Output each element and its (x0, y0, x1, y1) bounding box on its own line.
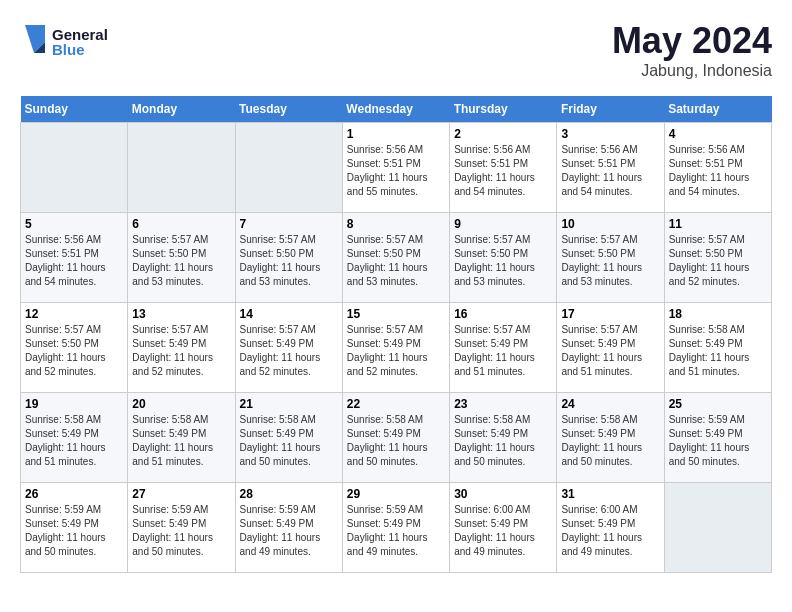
week-row-1: 1Sunrise: 5:56 AM Sunset: 5:51 PM Daylig… (21, 123, 772, 213)
day-number: 24 (561, 397, 659, 411)
day-info: Sunrise: 5:57 AM Sunset: 5:50 PM Dayligh… (132, 233, 230, 289)
week-row-3: 12Sunrise: 5:57 AM Sunset: 5:50 PM Dayli… (21, 303, 772, 393)
calendar-cell (21, 123, 128, 213)
location-subtitle: Jabung, Indonesia (612, 62, 772, 80)
page-header: General Blue May 2024 Jabung, Indonesia (20, 20, 772, 80)
calendar-cell: 10Sunrise: 5:57 AM Sunset: 5:50 PM Dayli… (557, 213, 664, 303)
day-number: 5 (25, 217, 123, 231)
day-info: Sunrise: 5:57 AM Sunset: 5:50 PM Dayligh… (25, 323, 123, 379)
day-info: Sunrise: 5:57 AM Sunset: 5:49 PM Dayligh… (132, 323, 230, 379)
day-number: 30 (454, 487, 552, 501)
day-info: Sunrise: 5:57 AM Sunset: 5:50 PM Dayligh… (347, 233, 445, 289)
day-info: Sunrise: 5:59 AM Sunset: 5:49 PM Dayligh… (240, 503, 338, 559)
day-info: Sunrise: 5:56 AM Sunset: 5:51 PM Dayligh… (347, 143, 445, 199)
calendar-cell: 25Sunrise: 5:59 AM Sunset: 5:49 PM Dayli… (664, 393, 771, 483)
day-info: Sunrise: 5:56 AM Sunset: 5:51 PM Dayligh… (669, 143, 767, 199)
month-year-title: May 2024 (612, 20, 772, 62)
calendar-cell: 24Sunrise: 5:58 AM Sunset: 5:49 PM Dayli… (557, 393, 664, 483)
day-number: 20 (132, 397, 230, 411)
day-number: 25 (669, 397, 767, 411)
calendar-cell: 9Sunrise: 5:57 AM Sunset: 5:50 PM Daylig… (450, 213, 557, 303)
day-info: Sunrise: 5:59 AM Sunset: 5:49 PM Dayligh… (25, 503, 123, 559)
calendar-cell: 30Sunrise: 6:00 AM Sunset: 5:49 PM Dayli… (450, 483, 557, 573)
calendar-cell: 18Sunrise: 5:58 AM Sunset: 5:49 PM Dayli… (664, 303, 771, 393)
day-info: Sunrise: 5:56 AM Sunset: 5:51 PM Dayligh… (25, 233, 123, 289)
header-tuesday: Tuesday (235, 96, 342, 123)
day-info: Sunrise: 5:57 AM Sunset: 5:50 PM Dayligh… (561, 233, 659, 289)
day-info: Sunrise: 6:00 AM Sunset: 5:49 PM Dayligh… (454, 503, 552, 559)
calendar-cell: 14Sunrise: 5:57 AM Sunset: 5:49 PM Dayli… (235, 303, 342, 393)
day-number: 16 (454, 307, 552, 321)
calendar-cell (128, 123, 235, 213)
day-number: 10 (561, 217, 659, 231)
day-number: 8 (347, 217, 445, 231)
calendar-cell: 5Sunrise: 5:56 AM Sunset: 5:51 PM Daylig… (21, 213, 128, 303)
calendar-cell: 27Sunrise: 5:59 AM Sunset: 5:49 PM Dayli… (128, 483, 235, 573)
day-number: 28 (240, 487, 338, 501)
day-number: 31 (561, 487, 659, 501)
day-number: 17 (561, 307, 659, 321)
day-number: 19 (25, 397, 123, 411)
day-number: 14 (240, 307, 338, 321)
calendar-cell: 26Sunrise: 5:59 AM Sunset: 5:49 PM Dayli… (21, 483, 128, 573)
day-info: Sunrise: 5:58 AM Sunset: 5:49 PM Dayligh… (132, 413, 230, 469)
day-info: Sunrise: 5:57 AM Sunset: 5:49 PM Dayligh… (561, 323, 659, 379)
calendar-cell: 1Sunrise: 5:56 AM Sunset: 5:51 PM Daylig… (342, 123, 449, 213)
day-info: Sunrise: 5:59 AM Sunset: 5:49 PM Dayligh… (669, 413, 767, 469)
day-info: Sunrise: 5:57 AM Sunset: 5:50 PM Dayligh… (669, 233, 767, 289)
day-number: 15 (347, 307, 445, 321)
header-wednesday: Wednesday (342, 96, 449, 123)
calendar-cell (235, 123, 342, 213)
day-info: Sunrise: 6:00 AM Sunset: 5:49 PM Dayligh… (561, 503, 659, 559)
day-number: 7 (240, 217, 338, 231)
calendar-cell: 11Sunrise: 5:57 AM Sunset: 5:50 PM Dayli… (664, 213, 771, 303)
day-info: Sunrise: 5:58 AM Sunset: 5:49 PM Dayligh… (25, 413, 123, 469)
header-sunday: Sunday (21, 96, 128, 123)
calendar-cell: 4Sunrise: 5:56 AM Sunset: 5:51 PM Daylig… (664, 123, 771, 213)
calendar-cell: 12Sunrise: 5:57 AM Sunset: 5:50 PM Dayli… (21, 303, 128, 393)
day-number: 29 (347, 487, 445, 501)
calendar-cell: 8Sunrise: 5:57 AM Sunset: 5:50 PM Daylig… (342, 213, 449, 303)
day-info: Sunrise: 5:58 AM Sunset: 5:49 PM Dayligh… (347, 413, 445, 469)
day-info: Sunrise: 5:58 AM Sunset: 5:49 PM Dayligh… (454, 413, 552, 469)
calendar-cell: 3Sunrise: 5:56 AM Sunset: 5:51 PM Daylig… (557, 123, 664, 213)
day-number: 12 (25, 307, 123, 321)
logo: General Blue (20, 20, 130, 60)
calendar-table: SundayMondayTuesdayWednesdayThursdayFrid… (20, 96, 772, 573)
calendar-cell: 20Sunrise: 5:58 AM Sunset: 5:49 PM Dayli… (128, 393, 235, 483)
day-number: 9 (454, 217, 552, 231)
calendar-cell: 6Sunrise: 5:57 AM Sunset: 5:50 PM Daylig… (128, 213, 235, 303)
day-info: Sunrise: 5:56 AM Sunset: 5:51 PM Dayligh… (454, 143, 552, 199)
svg-text:Blue: Blue (52, 41, 85, 58)
day-number: 21 (240, 397, 338, 411)
day-info: Sunrise: 5:58 AM Sunset: 5:49 PM Dayligh… (240, 413, 338, 469)
calendar-cell: 19Sunrise: 5:58 AM Sunset: 5:49 PM Dayli… (21, 393, 128, 483)
day-number: 4 (669, 127, 767, 141)
calendar-cell: 29Sunrise: 5:59 AM Sunset: 5:49 PM Dayli… (342, 483, 449, 573)
title-block: May 2024 Jabung, Indonesia (612, 20, 772, 80)
week-row-5: 26Sunrise: 5:59 AM Sunset: 5:49 PM Dayli… (21, 483, 772, 573)
day-number: 18 (669, 307, 767, 321)
day-number: 3 (561, 127, 659, 141)
day-number: 23 (454, 397, 552, 411)
week-row-2: 5Sunrise: 5:56 AM Sunset: 5:51 PM Daylig… (21, 213, 772, 303)
day-number: 22 (347, 397, 445, 411)
calendar-header-row: SundayMondayTuesdayWednesdayThursdayFrid… (21, 96, 772, 123)
day-info: Sunrise: 5:57 AM Sunset: 5:50 PM Dayligh… (454, 233, 552, 289)
day-number: 6 (132, 217, 230, 231)
day-info: Sunrise: 5:57 AM Sunset: 5:50 PM Dayligh… (240, 233, 338, 289)
day-number: 27 (132, 487, 230, 501)
day-number: 2 (454, 127, 552, 141)
day-info: Sunrise: 5:59 AM Sunset: 5:49 PM Dayligh… (132, 503, 230, 559)
day-number: 11 (669, 217, 767, 231)
calendar-cell: 16Sunrise: 5:57 AM Sunset: 5:49 PM Dayli… (450, 303, 557, 393)
calendar-cell: 13Sunrise: 5:57 AM Sunset: 5:49 PM Dayli… (128, 303, 235, 393)
week-row-4: 19Sunrise: 5:58 AM Sunset: 5:49 PM Dayli… (21, 393, 772, 483)
calendar-cell: 2Sunrise: 5:56 AM Sunset: 5:51 PM Daylig… (450, 123, 557, 213)
header-saturday: Saturday (664, 96, 771, 123)
day-info: Sunrise: 5:58 AM Sunset: 5:49 PM Dayligh… (561, 413, 659, 469)
calendar-cell: 22Sunrise: 5:58 AM Sunset: 5:49 PM Dayli… (342, 393, 449, 483)
header-thursday: Thursday (450, 96, 557, 123)
calendar-cell: 31Sunrise: 6:00 AM Sunset: 5:49 PM Dayli… (557, 483, 664, 573)
day-info: Sunrise: 5:57 AM Sunset: 5:49 PM Dayligh… (347, 323, 445, 379)
